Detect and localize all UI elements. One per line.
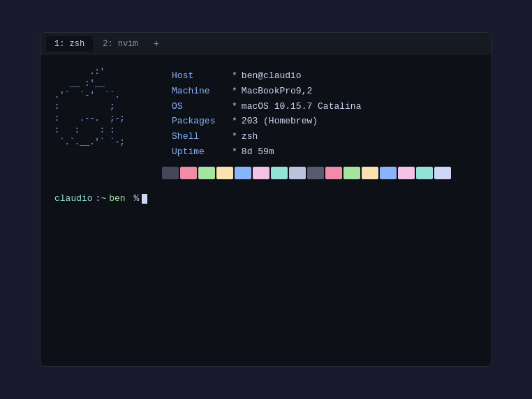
color-swatch-11 — [362, 167, 378, 179]
host-sep: * — [232, 69, 237, 84]
shell-row: Shell * zsh — [172, 130, 361, 144]
host-label: Host — [172, 69, 228, 84]
os-sep: * — [232, 100, 237, 114]
prompt-path: :~ — [96, 192, 107, 206]
color-swatch-14 — [416, 167, 433, 179]
host-value: ben@claudio — [242, 69, 302, 84]
color-swatch-0 — [162, 167, 179, 179]
packages-row: Packages * 203 (Homebrew) — [172, 114, 361, 129]
shell-value: zsh — [242, 130, 258, 144]
packages-sep: * — [232, 114, 237, 129]
color-swatch-2 — [198, 167, 215, 179]
info-table: Host * ben@claudio Machine * MacBookPro9… — [172, 66, 361, 160]
color-swatch-3 — [216, 167, 233, 179]
prompt-user: ben — [109, 192, 125, 206]
cursor — [142, 194, 147, 204]
uptime-row: Uptime * 8d 59m — [172, 145, 361, 160]
color-swatch-1 — [180, 167, 197, 179]
shell-sep: * — [232, 130, 237, 144]
color-swatch-4 — [235, 167, 251, 179]
machine-row: Machine * MacBookPro9,2 — [172, 84, 361, 99]
host-row: Host * ben@claudio — [172, 69, 361, 84]
color-swatch-5 — [253, 167, 269, 179]
color-swatch-15 — [434, 167, 451, 179]
packages-label: Packages — [172, 114, 228, 129]
prompt-host: claudio — [54, 192, 93, 206]
os-value: macOS 10.15.7 Catalina — [242, 100, 362, 114]
terminal-window: 1: zsh 2: nvim + .:' __ :'__ .'` `-' ``.… — [40, 32, 492, 367]
color-palette — [162, 167, 478, 179]
tab-add-button[interactable]: + — [148, 36, 165, 52]
machine-sep: * — [232, 84, 237, 99]
neofetch-output: .:' __ :'__ .'` `-' ``. : ; : .--. ;-; :… — [54, 66, 478, 160]
uptime-label: Uptime — [172, 145, 228, 160]
tab-zsh[interactable]: 1: zsh — [46, 36, 93, 52]
color-swatch-8 — [307, 167, 324, 179]
color-swatch-6 — [271, 167, 288, 179]
terminal-body: .:' __ :'__ .'` `-' ``. : ; : .--. ;-; :… — [40, 55, 492, 366]
color-swatch-13 — [398, 167, 415, 179]
uptime-value: 8d 59m — [242, 145, 274, 160]
color-swatch-12 — [380, 167, 397, 179]
tab-nvim[interactable]: 2: nvim — [94, 36, 146, 52]
prompt-line[interactable]: claudio :~ ben % — [54, 192, 478, 206]
uptime-sep: * — [232, 145, 237, 160]
os-row: OS * macOS 10.15.7 Catalina — [172, 100, 361, 114]
packages-value: 203 (Homebrew) — [242, 114, 318, 129]
shell-label: Shell — [172, 130, 228, 144]
color-swatch-7 — [289, 167, 306, 179]
machine-value: MacBookPro9,2 — [242, 84, 312, 99]
tab-bar: 1: zsh 2: nvim + — [40, 33, 492, 55]
color-swatch-10 — [343, 167, 360, 179]
color-swatch-9 — [325, 167, 342, 179]
os-label: OS — [172, 100, 228, 114]
prompt-dollar: % — [128, 192, 140, 206]
machine-label: Machine — [172, 84, 228, 99]
ascii-art: .:' __ :'__ .'` `-' ``. : ; : .--. ;-; :… — [54, 66, 155, 149]
